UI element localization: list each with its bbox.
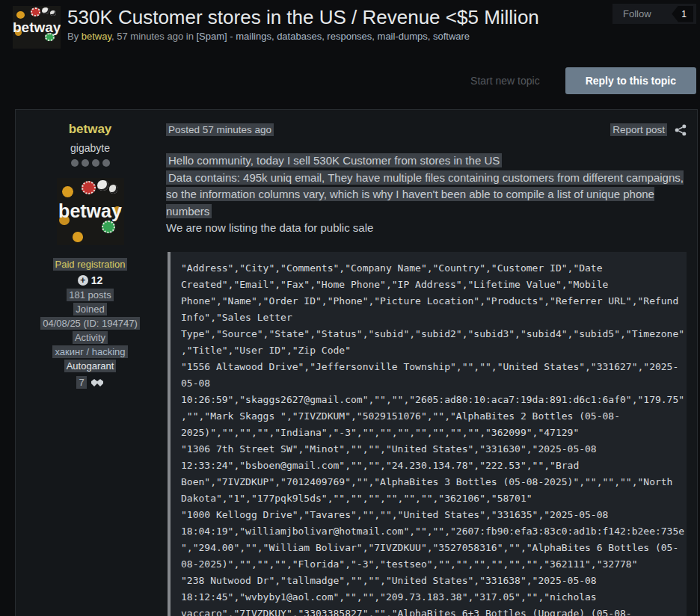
category-tags-link[interactable]: [Spam] - mailings, databases, responses,… [197,31,470,42]
coin-icon [73,232,83,242]
handshake-icon [90,378,104,388]
autogarant-label: Autogarant [64,361,117,372]
start-new-topic-link[interactable]: Start new topic [470,75,540,87]
topic-header: betway 530K Customer stores in the US / … [0,0,700,49]
deals-count: 7 [76,376,86,389]
share-icon [675,124,687,136]
soccer-ball-icon [109,185,118,194]
author-link[interactable]: betway [82,31,111,42]
author-rank: gigabyte [70,142,110,154]
post-paragraph: We are now listing the data for public s… [166,220,687,237]
report-post-link[interactable]: Report post [610,124,667,135]
paid-registration-badge: Paid registration [53,259,128,270]
byline-prefix: By [67,31,82,42]
coin-icon [16,11,25,19]
joined-value: 04/08/25 (ID: 194747) [40,318,139,329]
green-chip-icon [102,221,115,233]
coin-icon [62,186,73,197]
rank-pip [71,159,79,167]
forum-topic-page: betway 530K Customer stores in the US / … [0,0,700,616]
soccer-ball-icon [97,180,108,191]
follower-count-badge: 1 [672,6,693,22]
share-button[interactable] [675,124,687,136]
rank-pip [92,159,99,167]
post-card: betway gigabyte betway Paid registration… [15,109,698,616]
rank-pips [71,159,110,167]
topic-actions-row: Start new topic Reply to this topic [0,67,696,94]
rank-pip [82,159,89,167]
post-paragraph: Data contains: 495k uniq email, They hav… [166,170,687,221]
activity-value: хакинг / hacking [52,347,127,357]
author-username[interactable]: betway [69,122,112,137]
post-count: 181 posts [67,290,113,301]
plus-circle-icon: + [78,275,88,286]
reply-to-topic-button[interactable]: Reply to this topic [565,67,696,94]
post-meta-row: Posted 57 minutes ago Report post [166,123,687,136]
red-chip-icon [82,181,96,194]
topic-byline: By betway, 57 minutes ago in [Spam] - ma… [67,31,539,42]
csv-data-block[interactable]: "Address","City","Comments","Company Nam… [168,252,687,616]
red-chip-icon [31,7,40,16]
joined-label: Joined [73,304,106,315]
author-avatar[interactable]: betway [57,178,124,245]
betway-logo-text: betway [13,19,61,35]
soccer-ball-icon [42,7,49,14]
reputation-count: 12 [91,274,103,286]
betway-logo-text: betway [57,200,124,222]
topic-title: 530K Customer stores in the US / Revenue… [67,6,539,28]
activity-label: Activity [73,333,108,343]
post-paragraph: Hello community, today I sell 530K Custo… [166,153,687,170]
byline-middle: , 57 minutes ago in [111,31,196,42]
topic-header-text: 530K Customer stores in the US / Revenue… [67,6,539,49]
topic-author-avatar[interactable]: betway [13,6,61,49]
post-body: Posted 57 minutes ago Report post Hello … [165,110,697,616]
deals: 7 [76,376,103,389]
rank-pip [102,159,110,167]
follow-button[interactable]: Follow 1 [612,4,696,24]
post-text: Hello community, today I sell 530K Custo… [166,153,687,237]
reputation: + 12 [78,274,103,286]
follow-button-label: Follow [623,8,651,19]
author-panel: betway gigabyte betway Paid registration… [16,110,165,616]
posted-timestamp: Posted 57 minutes ago [166,123,274,136]
soccer-ball-icon [50,10,56,16]
